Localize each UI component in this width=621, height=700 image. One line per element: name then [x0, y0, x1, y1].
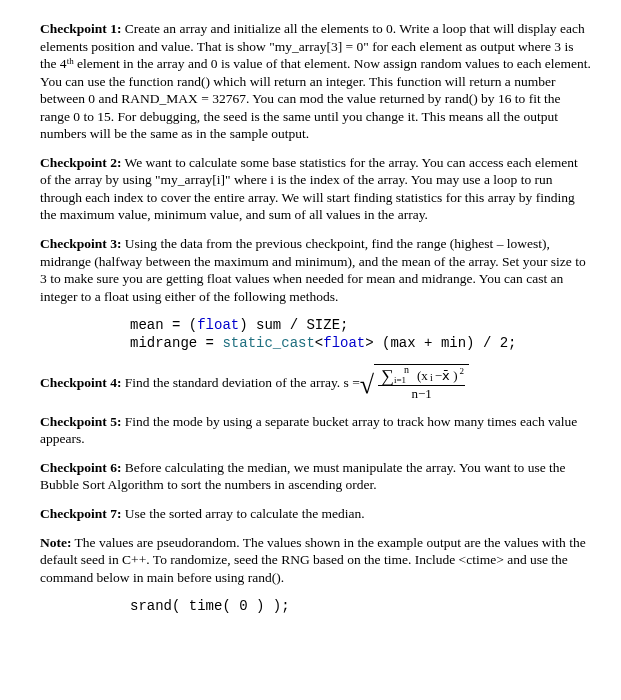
cp2-text: We want to calculate some base statistic… — [40, 155, 578, 223]
f-sq: 2 — [460, 366, 465, 376]
code-l2c: < — [315, 335, 323, 351]
note-text: The values are pseudorandom. The values … — [40, 535, 586, 585]
cp1-label: Checkpoint 1: — [40, 21, 121, 36]
checkpoint-5: Checkpoint 5: Find the mode by using a s… — [40, 413, 591, 448]
cp1-text2: element in the array and 0 is value of t… — [40, 56, 591, 141]
cp1-sup: th — [67, 56, 74, 66]
code-l2a: midrange = — [130, 335, 222, 351]
note: Note: The values are pseudorandom. The v… — [40, 534, 591, 587]
sigma-icon: ∑ — [381, 367, 394, 385]
fraction: ∑i=1n(xi−x̄ ) 2 n−1 — [378, 367, 465, 402]
checkpoint-7: Checkpoint 7: Use the sorted array to ca… — [40, 505, 591, 523]
checkpoint-1: Checkpoint 1: Create an array and initia… — [40, 20, 591, 143]
code-l2b: static_cast — [222, 335, 314, 351]
sqrt-body: ∑i=1n(xi−x̄ ) 2 n−1 — [374, 364, 469, 402]
sqrt-symbol: √ — [360, 372, 374, 398]
cp4-text: Find the standard deviation of the array… — [121, 375, 359, 390]
sigma-sub: i=1 — [394, 375, 406, 386]
cp2-label: Checkpoint 2: — [40, 155, 121, 170]
code-l2e: > (max + min) / 2; — [365, 335, 516, 351]
f-isub: i — [430, 372, 433, 384]
cp4-label: Checkpoint 4: — [40, 375, 121, 390]
srand-code: srand( time( 0 ) ); — [130, 597, 591, 615]
checkpoint-6: Checkpoint 6: Before calculating the med… — [40, 459, 591, 494]
cp5-label: Checkpoint 5: — [40, 414, 121, 429]
formula-sqrt: √ ∑i=1n(xi−x̄ ) 2 n−1 — [360, 364, 469, 402]
checkpoint-4: Checkpoint 4: Find the standard deviatio… — [40, 364, 591, 402]
f-minus: −x̄ ) — [435, 368, 458, 384]
code-l1c: ) sum / SIZE; — [239, 317, 348, 333]
cp6-label: Checkpoint 6: — [40, 460, 121, 475]
sigma-sup: n — [404, 364, 409, 376]
cp7-label: Checkpoint 7: — [40, 506, 121, 521]
note-label: Note: — [40, 535, 71, 550]
code-l1b: float — [197, 317, 239, 333]
cp5-text: Find the mode by using a separate bucket… — [40, 414, 577, 447]
fraction-numerator: ∑i=1n(xi−x̄ ) 2 — [378, 367, 465, 387]
f-xi: (x — [417, 368, 428, 384]
cp7-text: Use the sorted array to calculate the me… — [121, 506, 364, 521]
checkpoint-2: Checkpoint 2: We want to calculate some … — [40, 154, 591, 224]
cp3-label: Checkpoint 3: — [40, 236, 121, 251]
code-l2d: float — [323, 335, 365, 351]
checkpoint-3: Checkpoint 3: Using the data from the pr… — [40, 235, 591, 305]
code-block: mean = (float) sum / SIZE; midrange = st… — [130, 316, 591, 352]
cp3-text: Using the data from the previous checkpo… — [40, 236, 586, 304]
fraction-denominator: n−1 — [408, 386, 434, 402]
code-l1a: mean = ( — [130, 317, 197, 333]
